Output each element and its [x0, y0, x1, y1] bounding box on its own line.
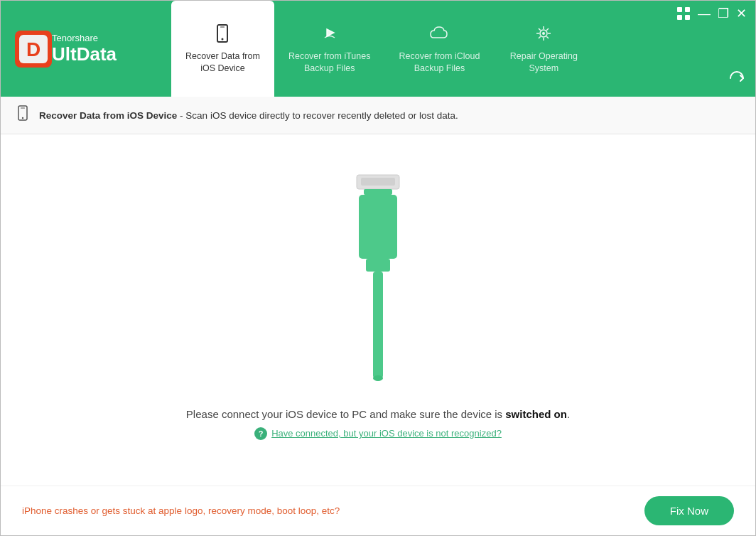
grid-icon[interactable] — [676, 6, 691, 21]
svg-rect-14 — [21, 108, 25, 109]
status-main: Please connect your iOS device to PC and… — [186, 408, 502, 420]
logo-text: Tenorshare UltData — [52, 33, 117, 65]
lightning-cable-svg — [339, 173, 417, 387]
svg-rect-20 — [373, 272, 383, 378]
tab-bar: Recover Data fromiOS Device Recover from… — [171, 1, 755, 97]
company-name: Tenorshare — [52, 33, 117, 43]
cable-illustration — [339, 173, 417, 387]
tab-recover-itunes[interactable]: Recover from iTunesBackup Files — [274, 1, 385, 97]
repair-icon — [534, 23, 554, 46]
tab-repair-os-label: Repair OperatingSystem — [510, 50, 578, 74]
titlebar: D Tenorshare UltData Recover Data fromiO… — [1, 1, 755, 97]
fix-now-button[interactable]: Fix Now — [644, 496, 734, 525]
svg-rect-11 — [685, 15, 690, 20]
svg-rect-10 — [677, 15, 682, 20]
question-icon: ? — [254, 427, 267, 440]
svg-rect-18 — [359, 195, 397, 259]
svg-rect-19 — [366, 259, 390, 272]
app-logo-icon: D — [15, 31, 52, 68]
ios-device-small-icon — [15, 105, 31, 125]
status-emphasis: switched on — [505, 408, 567, 420]
svg-point-4 — [222, 38, 224, 41]
close-button[interactable]: ✕ — [736, 6, 747, 21]
help-link[interactable]: ? Have connected, but your iOS device is… — [254, 427, 502, 440]
tab-repair-os[interactable]: Repair OperatingSystem — [494, 1, 593, 97]
svg-text:D: D — [26, 38, 40, 60]
ios-device-icon — [212, 23, 232, 46]
infobar: Recover Data from iOS Device - Scan iOS … — [1, 97, 755, 134]
svg-rect-16 — [361, 178, 395, 186]
svg-point-21 — [373, 375, 383, 381]
infobar-description: - Scan iOS device directly to recover re… — [180, 110, 458, 121]
infobar-text: Recover Data from iOS Device - Scan iOS … — [39, 110, 458, 121]
itunes-icon — [320, 23, 340, 46]
svg-rect-17 — [364, 189, 392, 195]
app-window: D Tenorshare UltData Recover Data fromiO… — [0, 0, 756, 536]
help-link-text: Have connected, but your iOS device is n… — [271, 428, 502, 439]
svg-point-13 — [22, 117, 23, 119]
window-controls: — ❐ ✕ — [676, 6, 747, 21]
logo-area: D Tenorshare UltData — [1, 1, 171, 97]
icloud-icon — [428, 23, 450, 46]
tab-recover-ios[interactable]: Recover Data fromiOS Device — [171, 1, 274, 97]
minimize-button[interactable]: — — [698, 6, 711, 21]
titlebar-extras — [724, 65, 750, 91]
refresh-icon[interactable] — [724, 65, 750, 91]
svg-rect-5 — [220, 27, 225, 28]
product-name: UltData — [52, 43, 117, 65]
bottom-bar: iPhone crashes or gets stuck at apple lo… — [1, 486, 755, 535]
status-end: . — [567, 408, 570, 420]
tab-recover-icloud-label: Recover from iCloudBackup Files — [399, 50, 480, 74]
main-content: Please connect your iOS device to PC and… — [1, 134, 755, 535]
tab-recover-ios-label: Recover Data fromiOS Device — [185, 50, 260, 74]
infobar-title: Recover Data from iOS Device — [39, 110, 177, 121]
tab-recover-icloud[interactable]: Recover from iCloudBackup Files — [384, 1, 494, 97]
crash-text: iPhone crashes or gets stuck at apple lo… — [22, 505, 340, 516]
restore-button[interactable]: ❐ — [718, 6, 729, 21]
status-text: Please connect your iOS device to PC and… — [186, 408, 570, 420]
tab-recover-itunes-label: Recover from iTunesBackup Files — [288, 50, 371, 74]
svg-rect-9 — [685, 7, 690, 12]
svg-point-7 — [542, 32, 545, 35]
svg-rect-8 — [677, 7, 682, 12]
